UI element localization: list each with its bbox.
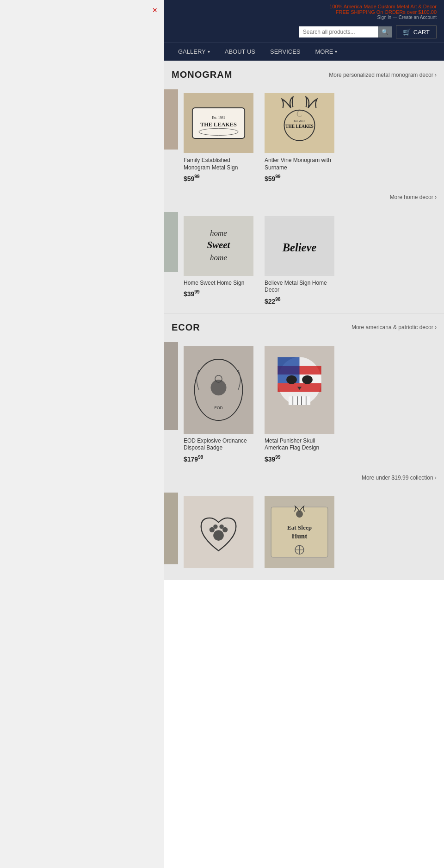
header-search-row: 🔍 🛒 CART [164, 22, 444, 42]
product-name-leakes1: Family Established Monogram Metal Sign [184, 157, 253, 171]
svg-text:C: C [296, 108, 303, 119]
svg-text:home: home [210, 253, 227, 262]
close-button[interactable]: × [152, 6, 157, 15]
monogram-title: MONOGRAM [172, 69, 232, 80]
nav-gallery[interactable]: GALLERY ▾ [172, 43, 216, 61]
patriotic-more-link[interactable]: More americana & patriotic decor › [352, 324, 437, 331]
search-button[interactable]: 🔍 [378, 26, 392, 37]
product-card-homesign[interactable]: home Sweet home Home Sweet Home Sign $39… [178, 212, 259, 309]
product-price-believe: $2298 [265, 297, 334, 305]
product-card-leakes2[interactable]: Est. 2017 THE LEAKES C Antler Vine Monog… [259, 89, 340, 186]
main-content: 100% America Made Custom Metal Art & Dec… [164, 0, 444, 868]
chevron-down-icon-more: ▾ [335, 49, 337, 54]
nav-about[interactable]: ABOUT US [218, 43, 262, 61]
create-account-link[interactable]: Create an Account [399, 15, 437, 20]
monogram-section-header: MONOGRAM More personalized metal monogra… [164, 61, 444, 85]
product-card-paw[interactable] [178, 493, 259, 575]
product-price-punisher: $3999 [265, 455, 334, 463]
overlay-panel: × [0, 0, 164, 868]
product-name-eod: EOD Explosive Ordnance Disposal Badge [184, 437, 253, 452]
home-decor-section: More home decor › home Sweet home Home S… [164, 191, 444, 313]
svg-text:THE LEAKES: THE LEAKES [285, 124, 313, 129]
patriotic-product-grid: EOD EOD Explosive Ordnance Disposal Badg… [164, 337, 444, 471]
product-price-leakes1: $5999 [184, 174, 253, 182]
nav-services-label: SERVICES [270, 48, 301, 55]
partial-card-1 [164, 89, 178, 186]
home-decor-more-row: More home decor › [164, 191, 444, 207]
partial-card-4 [164, 493, 178, 575]
product-name-punisher: Metal Punisher Skull American Flag Desig… [265, 437, 334, 452]
search-icon: 🔍 [382, 29, 388, 35]
svg-text:Est. 2017: Est. 2017 [294, 119, 306, 122]
under19-more-link[interactable]: More under $19.99 collection › [362, 475, 437, 481]
product-card-hunt[interactable]: Eat Sleep Hunt [259, 493, 340, 575]
under19-section: More under $19.99 collection › [164, 471, 444, 580]
search-box: 🔍 [299, 26, 392, 37]
nav-more[interactable]: MORE ▾ [308, 43, 344, 61]
svg-text:Sweet: Sweet [207, 240, 231, 250]
promo-line2: FREE SHIPPING On ORDERs over $100.00 [172, 9, 437, 15]
monogram-section: MONOGRAM More personalized metal monogra… [164, 61, 444, 191]
product-image-leakes2: Est. 2017 THE LEAKES C [265, 93, 334, 153]
cart-label: CART [413, 29, 430, 36]
nav-about-label: ABOUT US [225, 48, 255, 55]
monogram-more-link[interactable]: More personalized metal monogram decor › [329, 72, 437, 78]
svg-point-27 [286, 375, 297, 384]
svg-point-42 [296, 510, 303, 517]
product-name-leakes2: Antler Vine Monogram with Surname [265, 157, 334, 171]
svg-text:Eat Sleep: Eat Sleep [287, 524, 312, 531]
product-image-paw [184, 496, 253, 568]
home-decor-more-link[interactable]: More home decor › [390, 194, 437, 200]
account-links: Sign in — Create an Account [172, 15, 437, 20]
cart-icon: 🛒 [403, 28, 411, 36]
svg-text:Hunt: Hunt [292, 532, 308, 540]
svg-text:home: home [210, 229, 227, 237]
svg-rect-29 [289, 396, 310, 405]
svg-point-35 [213, 530, 224, 541]
cart-button[interactable]: 🛒 CART [396, 25, 437, 38]
product-name-homesign: Home Sweet Home Sign [184, 280, 253, 287]
under19-more-row: More under $19.99 collection › [164, 471, 444, 488]
svg-text:Believe: Believe [282, 241, 317, 254]
product-price-eod: $17999 [184, 455, 253, 463]
nav-services[interactable]: SERVICES [264, 43, 307, 61]
product-price-homesign: $3999 [184, 289, 253, 298]
patriotic-title: ECOR [172, 322, 200, 333]
header-top: 100% America Made Custom Metal Art & Dec… [164, 0, 444, 22]
product-image-punisher [265, 346, 334, 434]
patriotic-section: ECOR More americana & patriotic decor › [164, 313, 444, 471]
product-image-eod: EOD [184, 346, 253, 434]
nav-more-label: MORE [315, 48, 333, 55]
svg-point-28 [302, 375, 313, 384]
product-name-believe: Believe Metal Sign Home Decor [265, 280, 334, 294]
product-image-homesign: home Sweet home [184, 216, 253, 276]
promo-line1: 100% America Made Custom Metal Art & Dec… [172, 4, 437, 9]
product-image-believe: Believe [265, 216, 334, 276]
svg-text:EOD: EOD [214, 406, 222, 410]
svg-rect-5 [265, 95, 334, 152]
patriotic-section-header: ECOR More americana & patriotic decor › [164, 313, 444, 337]
svg-text:Est. 1981: Est. 1981 [212, 116, 225, 120]
svg-point-39 [219, 525, 223, 529]
signin-link[interactable]: Sign in [377, 15, 392, 20]
main-nav: GALLERY ▾ ABOUT US SERVICES MORE ▾ [164, 42, 444, 61]
product-price-leakes2: $5999 [265, 174, 334, 182]
home-decor-product-grid: home Sweet home Home Sweet Home Sign $39… [164, 207, 444, 313]
product-card-eod[interactable]: EOD EOD Explosive Ordnance Disposal Badg… [178, 342, 259, 467]
product-card-believe[interactable]: Believe Believe Metal Sign Home Decor $2… [259, 212, 340, 309]
svg-text:THE LEAKES: THE LEAKES [200, 121, 237, 128]
nav-gallery-label: GALLERY [178, 48, 206, 55]
product-image-hunt: Eat Sleep Hunt [265, 496, 334, 568]
chevron-down-icon: ▾ [208, 49, 210, 54]
product-card-leakes1[interactable]: Est. 1981 THE LEAKES Family Established … [178, 89, 259, 186]
product-image-leakes1: Est. 1981 THE LEAKES [184, 93, 253, 153]
site-header: 100% America Made Custom Metal Art & Dec… [164, 0, 444, 61]
product-card-punisher[interactable]: Metal Punisher Skull American Flag Desig… [259, 342, 340, 467]
partial-card-2 [164, 212, 178, 309]
or-separator: — [393, 15, 399, 20]
search-input[interactable] [299, 26, 378, 37]
partial-card-3 [164, 342, 178, 467]
under19-product-grid: Eat Sleep Hunt [164, 488, 444, 580]
svg-point-38 [213, 525, 217, 529]
monogram-product-grid: Est. 1981 THE LEAKES Family Established … [164, 85, 444, 191]
